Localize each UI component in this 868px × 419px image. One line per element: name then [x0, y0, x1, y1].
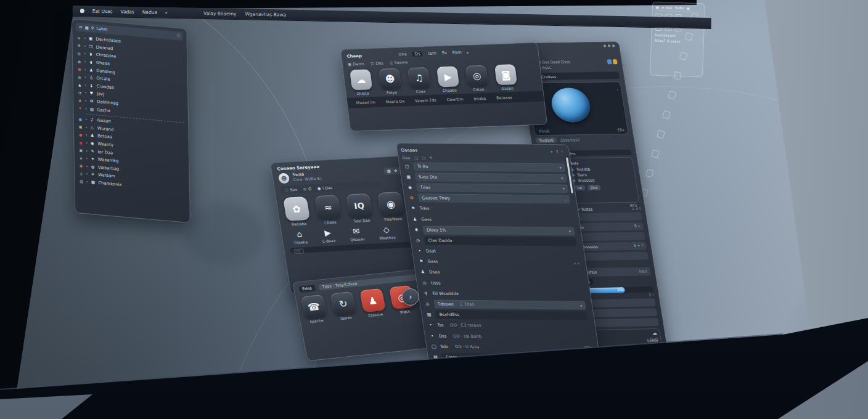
strip-icon[interactable]	[662, 110, 671, 120]
sidebar-strip-icon[interactable]: ▣	[78, 148, 84, 153]
glass-header-item[interactable]: ▣	[656, 6, 659, 9]
chat-bubble-icon-tile[interactable]: ☁	[350, 69, 372, 90]
app-item[interactable]: ✉Qdaaao	[348, 226, 365, 242]
avatar-face-icon-tile[interactable]: ☻	[379, 68, 401, 89]
menu-select[interactable]: Tdas▾	[416, 183, 569, 193]
app-item[interactable]: ◇Waathaa	[377, 225, 396, 240]
filter-chip[interactable]: ◌Svo	[285, 187, 298, 192]
music-note-icon-tile[interactable]: ♫	[407, 67, 430, 88]
sidebar-strip-icon[interactable]: ♙	[78, 171, 84, 176]
app-item[interactable]: ♫Caaa	[407, 67, 431, 94]
lens-icon-tile[interactable]: ◉	[377, 192, 404, 216]
strip-icon[interactable]	[651, 149, 660, 158]
expand-chevron-button[interactable]: ›	[402, 288, 419, 306]
sidebar-strip-icon[interactable]: ●	[76, 67, 82, 71]
window-control[interactable]: ↑	[555, 149, 559, 153]
menu-select[interactable]: Dlsey 5%▾	[422, 226, 575, 235]
mode-button-1[interactable]: tw	[574, 185, 586, 190]
globe-action-button[interactable]: Tss0ss0	[535, 137, 557, 144]
media-toolbar-item[interactable]: ◫ Das	[370, 61, 383, 67]
cloud-icon[interactable]: ☁	[652, 330, 657, 336]
media-tab[interactable]: Pam	[452, 50, 462, 55]
window-control[interactable]: +	[550, 149, 554, 153]
app-item[interactable]: IQSaal Daa	[346, 193, 374, 224]
segment-field[interactable]: Tdss	[563, 150, 632, 157]
menubar-status-item[interactable]: Wganavhas-Bawa	[245, 11, 286, 17]
glass-header-item[interactable]: ≡ ssss	[661, 6, 673, 10]
media-footer-item[interactable]: Ba/aaaa	[496, 95, 513, 100]
strip-icon[interactable]	[657, 130, 665, 139]
app-item[interactable]: ◎Cataa	[465, 65, 489, 92]
app-item[interactable]: ☻Potya	[379, 68, 402, 95]
window-control[interactable]: !	[561, 149, 563, 153]
sidebar-strip-icon[interactable]: ❄	[76, 43, 82, 48]
sidebar-strip-icon[interactable]: ◎	[76, 51, 82, 56]
menu-field[interactable]: Clas Dadda	[424, 236, 577, 246]
media-tab[interactable]: Iam	[428, 51, 436, 56]
media-footer-item[interactable]: Maaad Im	[356, 100, 375, 105]
sidebar-strip-icon[interactable]: ▨	[79, 179, 84, 184]
menubar-item[interactable]: Nadua	[142, 9, 157, 15]
power-ring-icon-tile[interactable]: ◙	[494, 64, 517, 85]
app-item[interactable]: ▶Chaaba	[436, 66, 460, 92]
menu-select[interactable]: Sass Dta▾	[414, 173, 567, 182]
app-item[interactable]: ↻Idares	[330, 291, 357, 321]
menubar-status-item[interactable]: Valay Boaemy	[203, 10, 237, 17]
refresh-icon[interactable]: ⟳	[79, 25, 83, 30]
sidebar-strip-icon[interactable]: ●	[78, 140, 83, 145]
sidebar-strip-icon[interactable]: ✦	[77, 106, 83, 111]
blue-doc-icon[interactable]	[607, 59, 612, 64]
apple-menu-icon[interactable]	[80, 9, 84, 13]
sidebar-strip-icon[interactable]: ✕	[78, 155, 84, 160]
mode-link[interactable]: B?s	[630, 203, 637, 208]
menu-select[interactable]: Ts Ba▾	[413, 162, 566, 172]
connect-toolbar-icon[interactable]: ▦	[387, 169, 391, 174]
sidebar-strip-icon[interactable]: ▣	[78, 124, 83, 129]
media-tab[interactable]: Ims	[399, 52, 407, 57]
menubar-item[interactable]: Eat Usas	[92, 9, 113, 15]
media-tab[interactable]: Ds	[412, 51, 423, 57]
menu-select[interactable]: TdsaweC Tdas▾	[433, 300, 586, 310]
app-item[interactable]: ◉Pda/Naaa	[377, 192, 405, 222]
apps-window-tab[interactable]: Edsa	[298, 285, 315, 293]
yellow-doc-icon[interactable]	[613, 59, 618, 64]
sidebar-strip-icon[interactable]: ◔	[77, 90, 83, 95]
play-icon-tile[interactable]: ▶	[436, 66, 459, 87]
strip-icon[interactable]	[685, 32, 694, 41]
menu-select[interactable]: Gaasee Thwy›	[417, 193, 570, 203]
sidebar-strip-icon[interactable]: ◍	[77, 75, 83, 79]
strip-icon[interactable]	[679, 52, 687, 61]
person-icon-tile[interactable]: ♟	[359, 288, 386, 312]
app-item[interactable]: ♟Cssssve	[359, 288, 387, 318]
media-footer-item[interactable]: Intaka	[473, 96, 486, 101]
glass-header-item[interactable]: ▣	[687, 6, 690, 10]
paw-icon-tile[interactable]: ✿	[283, 197, 310, 221]
target-rings-icon-tile[interactable]: ◎	[465, 65, 488, 86]
media-tab[interactable]: Ss	[441, 51, 447, 55]
app-item[interactable]: ▶C-Baaa	[321, 228, 336, 243]
chevron-right-icon[interactable]: ›	[616, 87, 619, 91]
sync-icon-tile[interactable]: ↻	[330, 291, 356, 315]
strip-icon[interactable]	[645, 169, 654, 178]
menubar-dropdown-icon[interactable]: ▾	[165, 10, 167, 15]
window-controls[interactable]	[604, 44, 616, 52]
grid-icon[interactable]: ▦	[85, 25, 89, 31]
menu-toolbar-icon[interactable]: ▢	[414, 155, 419, 160]
app-item[interactable]: ☁Chatta	[350, 69, 373, 96]
filter-chip[interactable]: ●I Das	[317, 185, 332, 190]
media-toolbar-item[interactable]: ▣ Dams	[348, 62, 365, 67]
app-tile[interactable]: IQ	[346, 193, 373, 218]
sidebar-strip-icon[interactable]: ◉	[78, 163, 84, 168]
menu-toolbar-label[interactable]: Gaa	[402, 155, 411, 160]
avatar[interactable]: ☻	[278, 173, 290, 184]
media-footer-item[interactable]: Daw/Dm	[446, 97, 464, 102]
search-value[interactable]: Lahm	[96, 26, 107, 33]
sidebar-strip-icon[interactable]: ♣	[77, 98, 83, 103]
phone-icon-tile[interactable]: ☎	[301, 295, 327, 319]
media-toolbar-item[interactable]: ♫ Saams	[389, 60, 408, 65]
media-footer-item[interactable]: Vaaam Tds	[415, 98, 436, 103]
sidebar-strip-icon[interactable]: ▲	[77, 83, 83, 87]
sidebar-strip-icon[interactable]: ▣	[78, 116, 83, 121]
menubar-item[interactable]: Vadas	[120, 9, 134, 14]
scrollbar-thumb[interactable]	[293, 248, 304, 254]
